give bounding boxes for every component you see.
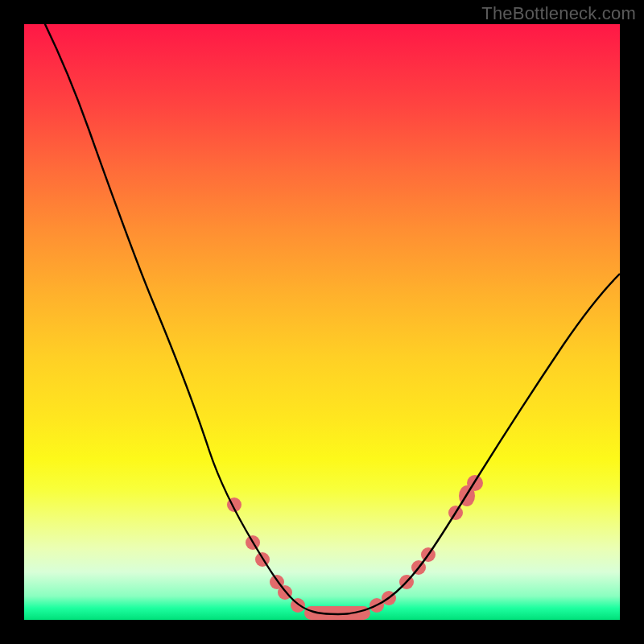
watermark-text: TheBottleneck.com <box>481 3 636 24</box>
curve-flat-marker <box>304 606 370 620</box>
plot-area <box>24 24 620 620</box>
bottleneck-curve <box>24 24 620 614</box>
curve-layer <box>24 24 620 620</box>
chart-frame: TheBottleneck.com <box>0 0 644 644</box>
markers-left <box>227 497 305 613</box>
